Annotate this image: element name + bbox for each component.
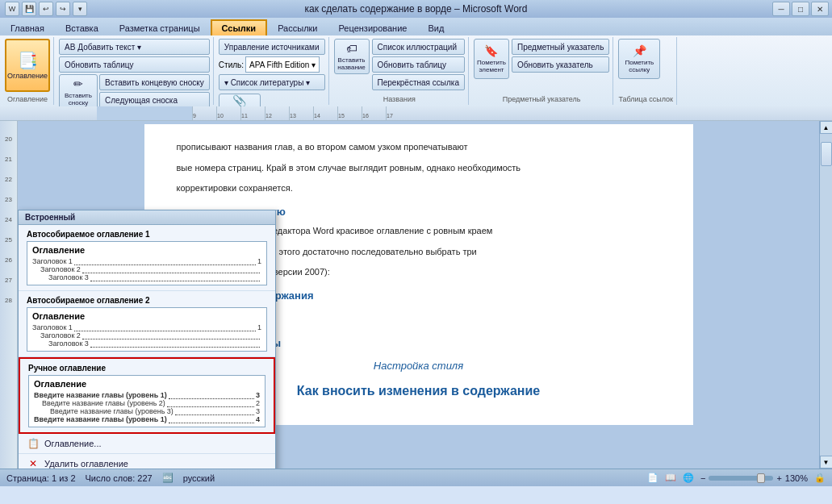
page-para-2: вые номера страниц. Край в этом случае в… (177, 161, 661, 176)
authority-group-content: 📌 Пометить ссылку (618, 39, 673, 94)
toc-dropdown-menu: Встроенный Автособираемое оглавление 1 О… (18, 210, 276, 469)
tab-references[interactable]: Ссылки (211, 19, 268, 35)
style-value: APA Fifth Edition ▾ (249, 60, 316, 69)
ribbon-group-footnotes: AB Добавить текст ▾ Обновить таблицу ✏ В… (56, 37, 214, 105)
update-table-label: Обновить таблицу (65, 60, 134, 69)
footnote-icon: ✏ (73, 77, 83, 90)
toc-group-content: 📑 Оглавление (5, 39, 50, 94)
index-group-content: 🔖 Пометить элемент Предметный указатель … (474, 39, 609, 94)
authority-group-label: Таблица ссылок (618, 94, 673, 103)
status-lang: русский (183, 473, 215, 483)
save-btn[interactable]: 💾 (22, 2, 36, 16)
insert-index-btn[interactable]: Предметный указатель (512, 39, 609, 55)
view-normal-icon[interactable]: 📄 (647, 473, 658, 483)
update-captions-label: Обновить таблицу (378, 60, 447, 69)
toc-button[interactable]: 📑 Оглавление (5, 39, 50, 92)
status-lang-icon: 🔤 (162, 473, 174, 483)
ribbon-group-authority: 📌 Пометить ссылку Таблица ссылок (615, 37, 677, 105)
page-para-1: прописывают названия глав, а во втором с… (177, 140, 661, 155)
scroll-up-btn[interactable]: ▲ (820, 121, 833, 134)
zoom-slider-track[interactable] (709, 476, 773, 481)
zoom-plus-btn[interactable]: + (776, 473, 781, 483)
update-index-btn[interactable]: Обновить указатель (512, 56, 609, 73)
undo-btn[interactable]: ↩ (39, 2, 53, 16)
style-dropdown[interactable]: APA Fifth Edition ▾ (245, 56, 320, 73)
toc-preview-auto2: Оглавление Заголовок 11 Заголовок 2 Заго… (27, 307, 267, 352)
scroll-track[interactable] (820, 134, 833, 456)
ribbon-group-index: 🔖 Пометить элемент Предметный указатель … (470, 37, 613, 105)
toc-remove-action[interactable]: ✕ Удалить оглавление (19, 454, 275, 469)
minimize-btn[interactable]: ─ (772, 2, 790, 16)
biblio-btn[interactable]: ▾ Список литературы ▾ (219, 74, 325, 90)
ruler-tick-15: 15 (337, 106, 362, 120)
ruler-tick-10: 10 (216, 106, 240, 120)
mark-citation-btn[interactable]: 📌 Пометить ссылку (618, 39, 660, 79)
mark-entry-btn[interactable]: 🔖 Пометить элемент (474, 39, 509, 79)
toc-preview-auto1: Оглавление Заголовок 11 Заголовок 2 Заго… (27, 241, 267, 285)
zoom-slider-thumb[interactable] (757, 473, 765, 483)
toc-item-auto2-name: Автособираемое оглавление 2 (27, 296, 267, 305)
tab-insert[interactable]: Вставка (55, 19, 109, 35)
tab-review[interactable]: Рецензирование (328, 19, 418, 35)
mark-citation-icon: 📌 (633, 44, 646, 57)
status-bar: Страница: 1 из 2 Число слов: 227 🔤 русск… (0, 469, 832, 486)
zoom-minus-btn[interactable]: − (700, 473, 705, 483)
ribbon-content: 📑 Оглавление Оглавление AB Добавить текс… (0, 35, 832, 106)
quick-access-more[interactable]: ▾ (73, 2, 87, 16)
tab-mailings[interactable]: Рассылки (267, 19, 328, 35)
list-figures-btn[interactable]: Список иллюстраций (372, 39, 465, 55)
style-label: Стиль: (219, 60, 244, 69)
ruler-top: 9 10 11 12 13 14 15 16 17 (0, 106, 832, 121)
title-bar-left: W 💾 ↩ ↪ ▾ (5, 2, 87, 16)
page-para-3: корректировки сохраняется. (177, 181, 661, 196)
document-area: 9 10 11 12 13 14 15 16 17 20 21 22 23 24… (0, 106, 832, 469)
ribbon-tabs: Главная Вставка Разметка страницы Ссылки… (0, 18, 832, 35)
maximize-btn[interactable]: □ (792, 2, 809, 16)
insert-footnote-btn[interactable]: ✏ Вставить сноску (59, 74, 98, 110)
menu-section-header: Встроенный (19, 210, 275, 225)
add-text-btn[interactable]: AB Добавить текст ▾ (59, 39, 210, 55)
tab-view[interactable]: Вид (417, 19, 454, 35)
app-icon: W (5, 2, 19, 16)
insert-endnote-btn[interactable]: Вставить концевую сноску (99, 74, 210, 90)
title-bar-controls: ─ □ ✕ (772, 2, 829, 16)
ruler-tick-11: 11 (240, 106, 265, 120)
toc-options-icon: 📋 (27, 437, 40, 450)
status-words: Число слов: 227 (86, 473, 153, 483)
scrollbar-right[interactable]: ▲ ▼ (819, 121, 832, 469)
toc-item-manual-name: Ручное оглавление (28, 364, 265, 373)
toc-preview-manual: Оглавление Введите название главы (урове… (28, 375, 265, 427)
view-reading-icon[interactable]: 📖 (665, 473, 676, 483)
toc-options-label: Оглавление... (44, 439, 102, 448)
captions-group-label: Названия (334, 94, 465, 103)
scroll-thumb[interactable] (821, 142, 832, 166)
toc-btn-label: Оглавление (7, 72, 48, 80)
update-table-btn[interactable]: Обновить таблицу (59, 56, 210, 73)
redo-btn[interactable]: ↪ (56, 2, 70, 16)
tab-home[interactable]: Главная (0, 19, 55, 35)
index-group-label: Предметный указатель (474, 94, 609, 103)
update-captions-btn[interactable]: Обновить таблицу (372, 56, 465, 73)
title-bar: W 💾 ↩ ↪ ▾ как сделать содержание в ворде… (0, 0, 832, 18)
manage-sources-btn[interactable]: Управление источниками (219, 39, 325, 55)
scroll-down-btn[interactable]: ▼ (820, 456, 833, 469)
tab-layout[interactable]: Разметка страницы (109, 19, 211, 35)
insert-caption-btn[interactable]: 🏷 Вставить название (334, 39, 370, 74)
window-title: как сделать содержание в ворде – Microso… (305, 3, 528, 15)
biblio-label: ▾ Список литературы ▾ (224, 78, 310, 87)
toc-item-manual[interactable]: Ручное оглавление Оглавление Введите наз… (19, 357, 275, 434)
close-btn[interactable]: ✕ (811, 2, 829, 16)
toc-item-auto1[interactable]: Автособираемое оглавление 1 Оглавление З… (19, 225, 275, 291)
toc-options-action[interactable]: 📋 Оглавление... (19, 434, 275, 454)
toc-item-auto2[interactable]: Автособираемое оглавление 2 Оглавление З… (19, 291, 275, 357)
mark-entry-icon: 🔖 (484, 44, 498, 57)
zoom-bar: − + 130% (700, 473, 808, 483)
ruler-tick-14: 14 (313, 106, 337, 120)
next-footnote-btn[interactable]: Следующая сноска (99, 92, 210, 108)
add-text-label: Добавить текст ▾ (77, 43, 141, 52)
status-right: 📄 📖 🌐 − + 130% 🔒 (647, 473, 826, 483)
view-web-icon[interactable]: 🌐 (683, 473, 694, 483)
ruler-tick-16: 16 (362, 106, 386, 120)
cross-ref-btn[interactable]: Перекрёстная ссылка (372, 74, 465, 90)
toc-remove-label: Удалить оглавление (44, 459, 128, 469)
